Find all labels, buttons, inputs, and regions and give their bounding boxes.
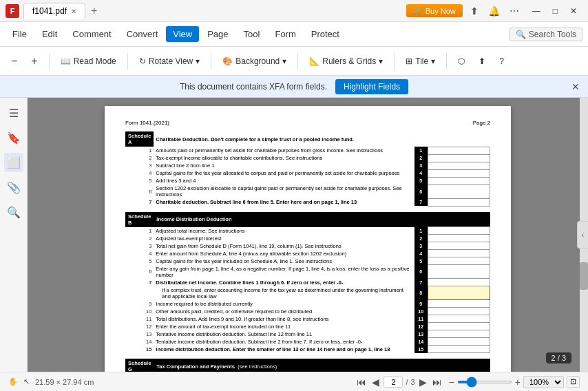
menu-file[interactable]: File xyxy=(6,26,34,42)
table-row: 3 Total net gain from Schedule D (Form 1… xyxy=(125,242,490,250)
zoom-in-status-button[interactable]: + xyxy=(515,377,521,388)
zoom-controls: − + 100% 75% 125% 150% ⊡ xyxy=(449,376,580,388)
external-link-icon: ⬡ xyxy=(458,56,465,66)
add-tab-button[interactable]: + xyxy=(85,2,103,20)
buy-now-button[interactable]: 🛒 Buy Now xyxy=(406,4,463,17)
collapse-button[interactable]: ‹ xyxy=(577,221,588,249)
toolbar: − + 📖 Read Mode ↻ Rotate View ▾ 🎨 Backgr… xyxy=(0,47,588,76)
background-dropdown-icon: ▾ xyxy=(282,56,286,66)
first-page-button[interactable]: ⏮ xyxy=(355,375,368,389)
tab-title: f1041.pdf xyxy=(32,6,67,16)
table-row: 4 Capital gains for the tax year allocat… xyxy=(125,169,490,177)
status-bar: ✋ ↖ 21.59 × 27.94 cm ⏮ ◀ / 3 ▶ ⏭ − + 100… xyxy=(0,372,588,391)
zoom-out-status-button[interactable]: − xyxy=(449,377,454,388)
table-row: 11 Total distributions. Add lines 9 and … xyxy=(125,315,490,323)
rulers-grids-button[interactable]: 📐 Rulers & Grids ▾ xyxy=(304,54,388,69)
table-row: 12 Enter the amount of tax-exempt income… xyxy=(125,323,490,330)
highlight-fields-button[interactable]: Highlight Fields xyxy=(335,79,408,94)
menu-protect[interactable]: Protect xyxy=(304,26,346,42)
schedule-g-title: Tax Computation and Payments (see instru… xyxy=(154,359,428,372)
status-bar-right: ⏮ ◀ / 3 ▶ ⏭ − + 100% 75% 125% 150% ⊡ xyxy=(355,375,580,389)
menu-page[interactable]: Page xyxy=(200,26,235,42)
table-row: 1 Amounts paid or permanently set aside … xyxy=(125,147,490,154)
notification-bar: This document contains XFA form fields. … xyxy=(0,76,588,98)
help-button[interactable]: ? xyxy=(494,54,510,69)
sidebar-bookmarks[interactable]: 🔖 xyxy=(4,128,23,147)
tile-button[interactable]: ⊞ Tile ▾ xyxy=(400,54,441,69)
minimize-button[interactable]: — xyxy=(527,3,546,19)
schedule-b-header-row: Schedule B Income Distribution Deduction xyxy=(125,212,490,227)
form-name: Form 1041 (2021) xyxy=(125,120,169,126)
dimensions: 21.59 × 27.94 cm xyxy=(35,378,94,386)
toolbar-separator-4 xyxy=(297,53,298,70)
menu-convert[interactable]: Convert xyxy=(120,26,165,42)
tile-icon: ⊞ xyxy=(406,56,412,66)
table-row: 7 Charitable deduction. Subtract line 6 … xyxy=(125,198,490,206)
schedule-g-label: Schedule G xyxy=(125,359,154,372)
page-separator: / xyxy=(406,378,408,386)
menu-view[interactable]: View xyxy=(166,26,199,42)
schedule-b-table: Schedule B Income Distribution Deduction… xyxy=(125,212,490,354)
zoom-slider[interactable] xyxy=(457,381,512,383)
last-page-button[interactable]: ⏭ xyxy=(431,375,443,389)
sidebar-hand-tool[interactable]: ☰ xyxy=(4,103,23,123)
rulers-dropdown-icon: ▾ xyxy=(379,56,383,66)
sidebar-search[interactable]: 🔍 xyxy=(4,202,23,222)
document-tab[interactable]: f1041.pdf ✕ xyxy=(23,3,85,19)
app-icon: F xyxy=(6,4,19,18)
notification-text: This document contains XFA form fields. xyxy=(180,82,327,92)
more-options-icon[interactable]: ⋯ xyxy=(507,3,521,19)
schedule-a-table: Schedule A Charitable Deduction. Don't c… xyxy=(125,131,490,207)
buy-now-icon: 🛒 xyxy=(413,6,423,15)
menu-bar: File Edit Comment Convert View Page Tool… xyxy=(0,22,588,47)
maximize-button[interactable]: □ xyxy=(547,3,563,19)
menu-tool[interactable]: Tool xyxy=(237,26,267,42)
help-icon: ? xyxy=(499,56,504,66)
rulers-icon: 📐 xyxy=(309,56,319,66)
prev-page-button[interactable]: ◀ xyxy=(370,375,381,389)
table-row: 2 Adjusted tax-exempt interest 2 xyxy=(125,235,490,242)
title-bar: F f1041.pdf ✕ + 🛒 Buy Now ⬆ 🔔 ⋯ — □ ✕ xyxy=(0,0,588,22)
table-row: 15 Income distribution deduction. Enter … xyxy=(125,346,490,353)
notification-close-button[interactable]: ✕ xyxy=(571,81,580,92)
zoom-in-icon: + xyxy=(31,55,37,67)
document-container: Form 1041 (2021) Page 2 Schedule A Chari… xyxy=(105,106,511,372)
toolbar-separator-3 xyxy=(211,53,211,70)
zoom-level-select[interactable]: 100% 75% 125% 150% xyxy=(523,376,564,388)
read-mode-button[interactable]: 📖 Read Mode xyxy=(55,54,122,69)
external-link-button[interactable]: ⬡ xyxy=(452,54,470,69)
tab-close-icon[interactable]: ✕ xyxy=(71,8,76,15)
fit-page-button[interactable]: ⊡ xyxy=(567,376,580,388)
open-button[interactable]: ⬆ xyxy=(473,54,491,69)
sidebar-attachments[interactable]: 📎 xyxy=(4,178,23,197)
menu-comment[interactable]: Comment xyxy=(65,26,118,42)
sidebar-pages[interactable]: ⬜ xyxy=(4,153,23,172)
close-button[interactable]: ✕ xyxy=(565,3,582,19)
main-area: ☰ 🔖 ⬜ 📎 🔍 Form 1041 (2021) Page 2 Schedu… xyxy=(0,98,588,372)
toolbar-separator-5 xyxy=(394,53,395,70)
table-row: 7 Distributable net income. Combine line… xyxy=(125,279,490,286)
rotate-view-button[interactable]: ↻ Rotate View ▾ xyxy=(134,54,205,69)
share-icon[interactable]: ⬆ xyxy=(468,3,481,19)
background-button[interactable]: 🎨 Background ▾ xyxy=(217,54,292,69)
menu-edit[interactable]: Edit xyxy=(35,26,64,42)
cursor-tool-icon: ✋ xyxy=(8,377,18,386)
search-tools[interactable]: 🔍 Search Tools xyxy=(510,28,582,41)
notification-icon[interactable]: 🔔 xyxy=(486,3,502,19)
tab-area: f1041.pdf ✕ + xyxy=(23,2,103,20)
document-area[interactable]: Form 1041 (2021) Page 2 Schedule A Chari… xyxy=(28,98,588,372)
zoom-out-button[interactable]: − xyxy=(6,52,23,70)
next-page-button[interactable]: ▶ xyxy=(418,375,428,389)
scrollbar-thumb[interactable] xyxy=(580,262,588,290)
page-indicator: 2 / 3 xyxy=(546,352,571,363)
schedule-b-label: Schedule B xyxy=(125,212,154,227)
menu-form[interactable]: Form xyxy=(268,26,302,42)
schedule-a-header-row: Schedule A Charitable Deduction. Don't c… xyxy=(125,131,490,147)
zoom-in-button[interactable]: + xyxy=(25,52,43,70)
table-row: 6 Section 1202 exclusion allocable to ca… xyxy=(125,184,490,198)
title-bar-right: 🛒 Buy Now ⬆ 🔔 ⋯ — □ ✕ xyxy=(406,3,582,19)
table-row: 5 Add lines 3 and 4 5 xyxy=(125,177,490,184)
page-number-input[interactable] xyxy=(384,377,403,388)
schedule-a-title: Charitable Deduction. Don't complete for… xyxy=(154,131,428,147)
total-pages: 3 xyxy=(411,378,415,386)
